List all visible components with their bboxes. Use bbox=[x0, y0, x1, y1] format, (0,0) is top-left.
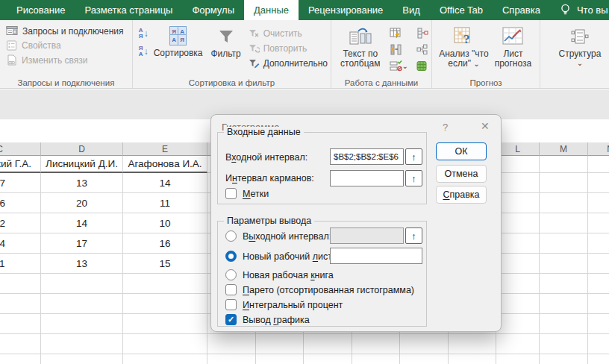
cell[interactable]: 14 bbox=[0, 233, 41, 254]
column-header-C[interactable]: C bbox=[0, 142, 41, 156]
cell[interactable] bbox=[41, 314, 123, 334]
cell[interactable] bbox=[588, 314, 609, 334]
cell[interactable]: Лисницкий Д.И. bbox=[41, 156, 123, 173]
queries-connections-button[interactable]: Запросы и подключения bbox=[6, 25, 124, 37]
cell[interactable] bbox=[588, 334, 609, 354]
cell[interactable] bbox=[352, 334, 400, 354]
cell[interactable] bbox=[496, 334, 540, 354]
cell[interactable] bbox=[0, 354, 41, 364]
flash-fill-button[interactable] bbox=[390, 28, 408, 39]
tell-me-box[interactable]: Что вы хотите bbox=[560, 0, 609, 20]
pareto-checkbox[interactable] bbox=[225, 284, 237, 295]
range-picker-button[interactable]: ↑ bbox=[405, 170, 422, 186]
cell[interactable] bbox=[41, 294, 123, 314]
cell[interactable]: 11 bbox=[123, 193, 207, 213]
cell[interactable] bbox=[256, 334, 304, 354]
tab-formulas[interactable]: Формулы bbox=[182, 0, 244, 20]
cell[interactable] bbox=[540, 354, 588, 364]
cell[interactable] bbox=[123, 354, 207, 364]
ok-button[interactable]: ОК bbox=[436, 142, 487, 160]
cell[interactable] bbox=[0, 314, 41, 334]
cell[interactable] bbox=[449, 354, 496, 364]
tab-office-tab[interactable]: Office Tab bbox=[430, 0, 493, 20]
cell[interactable] bbox=[123, 334, 207, 354]
cell[interactable] bbox=[540, 254, 588, 274]
cell[interactable] bbox=[496, 193, 540, 213]
remove-duplicates-button[interactable] bbox=[416, 28, 428, 39]
advanced-filter-button[interactable]: Дополнительно bbox=[249, 58, 328, 69]
cell[interactable]: 14 bbox=[123, 173, 207, 193]
cell[interactable] bbox=[588, 213, 609, 233]
tab-view[interactable]: Вид bbox=[393, 0, 430, 20]
outline-button[interactable]: Структура ⌄ bbox=[554, 23, 606, 66]
cell[interactable] bbox=[256, 354, 304, 364]
cell[interactable] bbox=[540, 274, 588, 294]
cell[interactable]: 16 bbox=[0, 193, 41, 213]
cell[interactable] bbox=[540, 233, 588, 254]
column-header-E[interactable]: E bbox=[123, 142, 207, 156]
cell[interactable] bbox=[207, 354, 256, 364]
cell[interactable] bbox=[496, 233, 540, 254]
cell[interactable]: 15 bbox=[123, 254, 207, 274]
column-header-N[interactable]: N bbox=[588, 142, 609, 156]
cell[interactable] bbox=[352, 354, 400, 364]
cell[interactable] bbox=[588, 233, 609, 254]
cell[interactable] bbox=[496, 294, 540, 314]
cell[interactable]: 17 bbox=[0, 173, 41, 193]
cell[interactable] bbox=[588, 274, 609, 294]
cell[interactable] bbox=[41, 334, 123, 354]
cell[interactable]: Агафонова И.А. bbox=[123, 156, 207, 173]
cell[interactable]: 12 bbox=[0, 213, 41, 233]
tab-data[interactable]: Данные bbox=[244, 0, 299, 20]
cell[interactable] bbox=[496, 213, 540, 233]
cell[interactable] bbox=[400, 334, 449, 354]
cell[interactable] bbox=[588, 354, 609, 364]
labels-checkbox[interactable] bbox=[225, 188, 237, 199]
cell[interactable] bbox=[123, 294, 207, 314]
cell[interactable] bbox=[304, 334, 352, 354]
cell[interactable]: цкий Г.А. bbox=[0, 156, 41, 173]
chart-output-checkbox[interactable]: ✓ bbox=[225, 314, 237, 325]
column-header-D[interactable]: D bbox=[41, 142, 123, 156]
cell[interactable] bbox=[540, 314, 588, 334]
text-to-columns-button[interactable]: Текст по столбцам bbox=[337, 23, 384, 69]
tab-page-layout[interactable]: Разметка страницы bbox=[75, 0, 182, 20]
cell[interactable]: 14 bbox=[41, 213, 123, 233]
cell[interactable] bbox=[496, 156, 540, 173]
cell[interactable] bbox=[588, 254, 609, 274]
cell[interactable] bbox=[304, 354, 352, 364]
cell[interactable] bbox=[540, 334, 588, 354]
cell[interactable] bbox=[496, 354, 540, 364]
cell[interactable] bbox=[540, 173, 588, 193]
cell[interactable] bbox=[588, 294, 609, 314]
column-header-L[interactable]: L bbox=[496, 142, 540, 156]
cell[interactable] bbox=[123, 314, 207, 334]
cell[interactable] bbox=[41, 354, 123, 364]
tab-drawing[interactable]: Рисование bbox=[7, 0, 75, 20]
cell[interactable]: 13 bbox=[41, 254, 123, 274]
input-range-input[interactable]: $B$2;$B$2:$E$6 bbox=[330, 148, 404, 165]
cell[interactable] bbox=[0, 294, 41, 314]
cell[interactable] bbox=[449, 334, 496, 354]
cell[interactable]: 20 bbox=[41, 193, 123, 213]
column-header-M[interactable]: M bbox=[540, 142, 588, 156]
data-validation-button[interactable]: ⌄ bbox=[390, 60, 408, 72]
tab-help[interactable]: Справка bbox=[493, 0, 550, 20]
cell[interactable] bbox=[400, 354, 449, 364]
cell[interactable] bbox=[496, 274, 540, 294]
sort-descending-button[interactable]: ЯА ↓ bbox=[139, 46, 149, 57]
what-if-analysis-button[interactable]: ? Анализ "что если" ⌄ bbox=[438, 23, 490, 69]
cell[interactable] bbox=[540, 193, 588, 213]
cell[interactable] bbox=[0, 274, 41, 294]
new-sheet-radio[interactable] bbox=[225, 251, 237, 262]
relationships-button[interactable] bbox=[416, 44, 428, 55]
filter-button[interactable]: Фильтр bbox=[205, 23, 247, 59]
cell[interactable]: 16 bbox=[123, 233, 207, 254]
sort-button[interactable]: ЯААЯ Сортировка bbox=[152, 23, 205, 58]
cell[interactable] bbox=[496, 254, 540, 274]
cancel-button[interactable]: Отмена bbox=[436, 165, 487, 183]
cell[interactable] bbox=[123, 274, 207, 294]
output-range-input[interactable] bbox=[330, 228, 404, 244]
cumulative-checkbox[interactable] bbox=[225, 299, 237, 310]
new-workbook-radio[interactable] bbox=[225, 269, 237, 280]
